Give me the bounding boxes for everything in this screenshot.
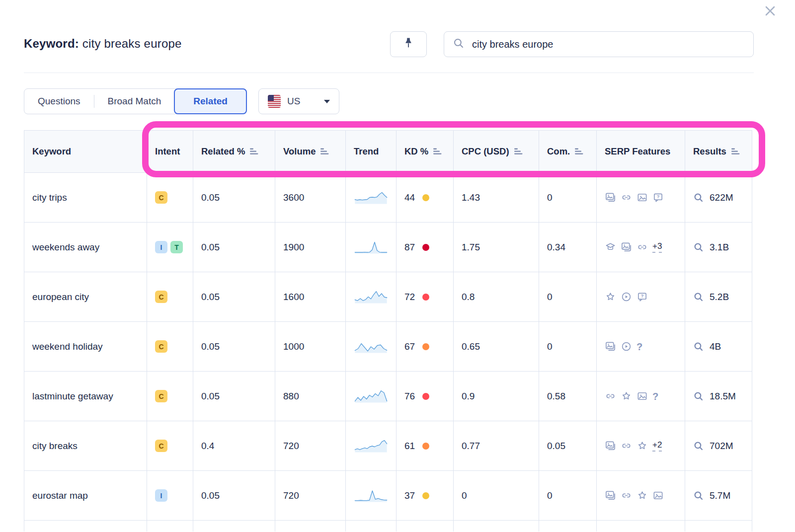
knowledge-panel-icon: [605, 241, 616, 253]
kd-value: 72: [404, 292, 415, 303]
keyword-cell[interactable]: city trips: [32, 192, 67, 203]
sitelinks-icon: [621, 192, 632, 203]
trend-sparkline: [354, 436, 388, 456]
column-label: Keyword: [32, 146, 71, 157]
keywords-table: KeywordIntentRelated %VolumeTrendKD %CPC…: [24, 130, 752, 532]
sort-icon[interactable]: [514, 148, 523, 155]
report-tabs: QuestionsBroad MatchRelated: [24, 88, 247, 114]
related-pct-value: 0.05: [201, 192, 220, 203]
search-input[interactable]: [471, 38, 745, 51]
results-value: 4B: [710, 341, 721, 352]
column-header-com[interactable]: Com.: [539, 131, 597, 173]
column-label: KD %: [404, 146, 428, 157]
results-value: 622M: [710, 192, 733, 203]
kd-value: 61: [404, 441, 415, 452]
volume-value: 880: [283, 391, 299, 401]
column-header-related[interactable]: Related %: [193, 131, 275, 173]
com-value: 0: [547, 341, 553, 352]
keyword-cell[interactable]: lastminute getaway: [32, 391, 113, 401]
trend-sparkline: [354, 287, 388, 307]
column-header-keyword: Keyword: [24, 131, 147, 173]
serp-more-link[interactable]: +3: [652, 241, 662, 253]
image-icon: [636, 390, 648, 402]
sort-icon[interactable]: [320, 148, 329, 155]
keyword-cell[interactable]: city breaks: [32, 441, 78, 451]
table-row: weekends awayIT0.051900871.750.34+33.1B: [24, 223, 752, 272]
image-pack-icon: [605, 440, 616, 452]
keyword-cell[interactable]: eurostar map: [32, 490, 88, 501]
column-label: CPC (USD): [462, 146, 509, 157]
sort-icon[interactable]: [433, 148, 442, 155]
column-label: Related %: [201, 146, 245, 157]
keyword-cell[interactable]: european city: [32, 292, 89, 302]
column-label: Results: [693, 146, 726, 157]
kd-difficulty-dot: [422, 492, 429, 499]
trend-sparkline: [354, 188, 388, 208]
keyword-cell[interactable]: weekend holiday: [32, 341, 103, 352]
column-header-volume[interactable]: Volume: [275, 131, 346, 173]
page-title-label: Keyword:: [24, 37, 79, 50]
svg-text:?: ?: [657, 194, 660, 199]
sitelinks-icon: [621, 440, 632, 452]
intent-badge-c: C: [155, 440, 167, 452]
serp-search-icon: [693, 391, 704, 402]
column-header-trend: Trend: [346, 131, 397, 173]
table-row: weekend holidayC0.051000670.650?4B: [24, 322, 752, 372]
cpc-value: 0.77: [462, 441, 480, 451]
com-value: 0.58: [547, 391, 565, 401]
volume-value: 1900: [283, 242, 304, 252]
us-flag-icon: [268, 95, 281, 108]
sort-icon[interactable]: [575, 148, 583, 155]
column-header-results[interactable]: Results: [685, 131, 752, 173]
serp-search-icon: [693, 242, 704, 253]
page-title-keyword: city breaks europe: [82, 37, 182, 50]
tab-broad-match[interactable]: Broad Match: [94, 89, 175, 114]
intent-badge-i: I: [155, 489, 167, 502]
cpc-value: 1.43: [462, 192, 480, 203]
svg-text:?: ?: [641, 294, 644, 299]
results-value: 5.7M: [710, 490, 730, 501]
kd-difficulty-dot: [422, 393, 429, 400]
intent-badge-c: C: [155, 340, 167, 353]
tab-questions[interactable]: Questions: [24, 89, 94, 114]
serp-more-link[interactable]: +2: [652, 440, 662, 452]
com-value: 0: [547, 490, 553, 501]
com-value: 0: [547, 292, 553, 302]
com-value: 0.05: [547, 441, 565, 451]
intent-badge-c: C: [155, 390, 167, 402]
question-icon: ?: [636, 342, 642, 352]
image-pack-icon: [621, 241, 632, 253]
sort-icon[interactable]: [731, 148, 740, 155]
header-divider: [24, 73, 754, 73]
serp-search-icon: [693, 490, 704, 501]
column-header-kd[interactable]: KD %: [397, 131, 454, 173]
serp-search-icon: [693, 292, 704, 303]
intent-badge-c: C: [155, 291, 167, 303]
table-row: city tripsC0.053600441.430?622M: [24, 173, 752, 223]
sitelinks-icon: [605, 390, 616, 402]
trend-sparkline: [354, 386, 388, 406]
country-selector[interactable]: US: [258, 88, 339, 114]
cpc-value: 0.8: [462, 292, 475, 302]
volume-value: 3600: [283, 192, 304, 203]
keyword-search: [444, 31, 754, 57]
question-icon: ?: [652, 391, 658, 401]
related-pct-value: 0.05: [201, 490, 220, 501]
cpc-value: 1.75: [462, 242, 480, 252]
related-pct-value: 0.05: [201, 341, 220, 352]
sitelinks-icon: [636, 241, 648, 253]
tab-related[interactable]: Related: [174, 88, 247, 114]
page-title: Keyword: city breaks europe: [24, 37, 182, 51]
column-header-cpc-usd[interactable]: CPC (USD): [454, 131, 539, 173]
table-row: european cityC0.051600720.80?5.2B: [24, 272, 752, 322]
faq-icon: ?: [636, 291, 648, 303]
kd-difficulty-dot: [422, 294, 429, 301]
volume-value: 1600: [283, 292, 304, 302]
kd-difficulty-dot: [422, 244, 429, 251]
cpc-value: 0: [462, 490, 467, 501]
keyword-cell[interactable]: weekends away: [32, 242, 99, 252]
sort-icon[interactable]: [250, 148, 258, 155]
serp-search-icon: [693, 441, 704, 452]
pin-button[interactable]: [390, 31, 427, 57]
close-icon[interactable]: [763, 4, 777, 18]
